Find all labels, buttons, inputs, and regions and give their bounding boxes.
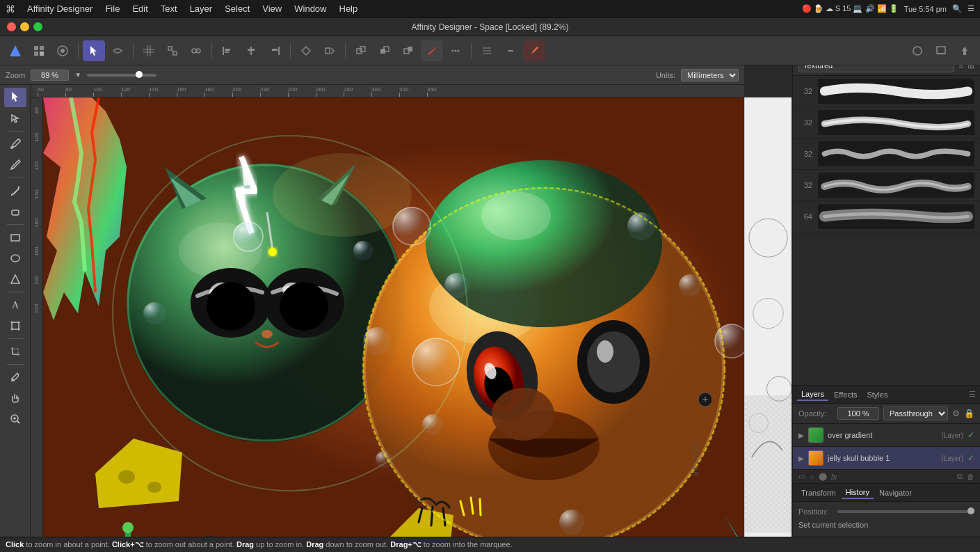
layer-new-rect-icon[interactable]: ▭ [798, 472, 805, 481]
layer-new-circle-icon[interactable]: ○ [810, 473, 814, 481]
close-button[interactable] [7, 22, 16, 31]
align-right-button[interactable] [264, 40, 286, 61]
layer-lock-icon[interactable]: ⚙ [952, 409, 960, 418]
ellipse-shape-button[interactable] [4, 249, 26, 268]
zoom-slider-thumb[interactable] [136, 71, 143, 78]
layer-settings-icon[interactable]: 🔒 [964, 409, 974, 418]
layer-skull-expand-icon[interactable]: ▶ [798, 455, 804, 462]
pen-tool-button[interactable] [523, 40, 545, 61]
svg-point-14 [192, 49, 196, 53]
brush-item-4[interactable]: 32 [793, 170, 980, 201]
history-action: Set current selection [798, 519, 974, 531]
menubar-search-icon[interactable]: 🔍 [952, 4, 962, 13]
publish-button[interactable] [954, 40, 976, 61]
export-mode-button[interactable] [51, 40, 74, 61]
more-tools-button[interactable] [444, 40, 467, 61]
minimize-button[interactable] [20, 22, 29, 31]
menu-edit[interactable]: Edit [127, 2, 152, 15]
menu-text[interactable]: Text [156, 2, 182, 15]
vector-mode-button[interactable] [4, 40, 26, 61]
rect-shape-button[interactable] [4, 228, 26, 247]
boolean-sub-button[interactable] [373, 40, 396, 61]
align-center-button[interactable] [240, 40, 262, 61]
brush-item-1[interactable]: 32 [793, 76, 980, 107]
svg-line-13 [172, 48, 173, 53]
layer-copy-icon[interactable]: ⧉ [957, 472, 963, 481]
layer-row-gradient[interactable]: ▶ over gradient (Layer) ✓ [793, 424, 980, 447]
constraints-button[interactable] [185, 40, 207, 61]
brush-item-5[interactable]: 64 [793, 201, 980, 232]
layer-visible-check-gradient[interactable]: ✓ [967, 430, 974, 440]
menubar-list-icon[interactable]: ☰ [967, 4, 974, 13]
status-body-5: to zoom into the marquee. [424, 540, 513, 549]
transform-button[interactable] [295, 40, 317, 61]
position-slider-thumb[interactable] [967, 507, 974, 514]
zoom-slider[interactable] [87, 74, 156, 77]
tab-layers[interactable]: Layers [797, 388, 828, 401]
selection-tool-button[interactable] [4, 88, 26, 107]
position-slider[interactable] [837, 510, 974, 513]
grid-toggle-button[interactable] [138, 40, 160, 61]
eraser-tool-button[interactable] [4, 202, 26, 221]
menu-layer[interactable]: Layer [185, 2, 218, 15]
layer-fx-icon[interactable]: fx [831, 473, 837, 481]
eyedropper-tool-button[interactable] [4, 368, 26, 387]
menu-help[interactable]: Help [335, 2, 363, 15]
layers-panel-icon[interactable]: ☰ [969, 390, 976, 399]
zoom-tool-button[interactable] [4, 409, 26, 429]
transform-tool-button[interactable] [4, 316, 26, 336]
opacity-input[interactable]: 100 % [837, 407, 879, 420]
text-tool-button[interactable]: A [4, 295, 26, 315]
distribute-button[interactable] [476, 40, 498, 61]
layer-mask-icon[interactable]: ⬤ [819, 472, 827, 481]
layer-row-skull[interactable]: ▶ jelly skull bubble 1 (Layer) ✓ [793, 447, 980, 470]
layer-name-gradient: over gradient [828, 431, 937, 439]
units-select[interactable]: Millimeters [681, 69, 739, 81]
node-tool-button[interactable] [106, 40, 129, 61]
boolean-add-button[interactable] [350, 40, 372, 61]
tab-transform[interactable]: Transform [797, 487, 840, 498]
pencil-tool-button[interactable] [4, 155, 26, 175]
brush-item-3[interactable]: 32 [793, 139, 980, 170]
apple-menu-icon[interactable]: ⌘ [6, 3, 15, 15]
layer-delete-icon[interactable]: 🗑 [967, 473, 974, 481]
canvas-area[interactable]: + Vector [43, 97, 744, 537]
node-selection-tool-button[interactable] [4, 109, 26, 128]
boolean-intersect-button[interactable] [397, 40, 419, 61]
crop-tool-button[interactable] [4, 342, 26, 361]
artwork[interactable]: + Vector [43, 97, 744, 537]
tab-styles[interactable]: Styles [862, 389, 892, 400]
menu-file[interactable]: File [100, 2, 124, 15]
menu-view[interactable]: View [257, 2, 287, 15]
view-mode-button[interactable] [906, 40, 929, 61]
brush-tool-button[interactable] [4, 181, 26, 200]
hand-tool-button[interactable] [4, 388, 26, 408]
tab-navigator[interactable]: Navigator [875, 487, 916, 498]
zoom-dropdown-icon[interactable]: ▼ [74, 71, 81, 79]
pointer-tool-button[interactable] [83, 40, 105, 61]
layer-expand-icon[interactable]: ▶ [798, 432, 804, 439]
tab-history[interactable]: History [842, 487, 874, 499]
status-click-2: Click+⌥ [112, 540, 144, 549]
export-button[interactable] [930, 40, 952, 61]
minus-button[interactable] [499, 40, 522, 61]
menu-select[interactable]: Select [220, 2, 255, 15]
svg-rect-12 [173, 52, 177, 55]
zoom-input[interactable]: 89 % [31, 70, 69, 81]
layer-visible-check-skull[interactable]: ✓ [967, 453, 974, 463]
menu-affinity[interactable]: Affinity Designer [22, 2, 97, 15]
ruler-mark-80: 80 [65, 86, 93, 97]
flip-button[interactable] [319, 40, 341, 61]
menu-window[interactable]: Window [289, 2, 331, 15]
pixel-mode-button[interactable] [28, 40, 50, 61]
tab-effects[interactable]: Effects [830, 389, 861, 400]
align-left-button[interactable] [216, 40, 239, 61]
blend-mode-select[interactable]: Passthrough [883, 407, 948, 420]
shapes-tool-button[interactable] [4, 269, 26, 289]
maximize-button[interactable] [33, 22, 42, 31]
snapping-button[interactable] [161, 40, 184, 61]
pen-tool-palette-button[interactable] [4, 134, 26, 154]
paint-brush-button[interactable] [421, 40, 443, 61]
brush-list[interactable]: 32 32 32 [793, 76, 980, 385]
brush-item-2[interactable]: 32 [793, 107, 980, 139]
